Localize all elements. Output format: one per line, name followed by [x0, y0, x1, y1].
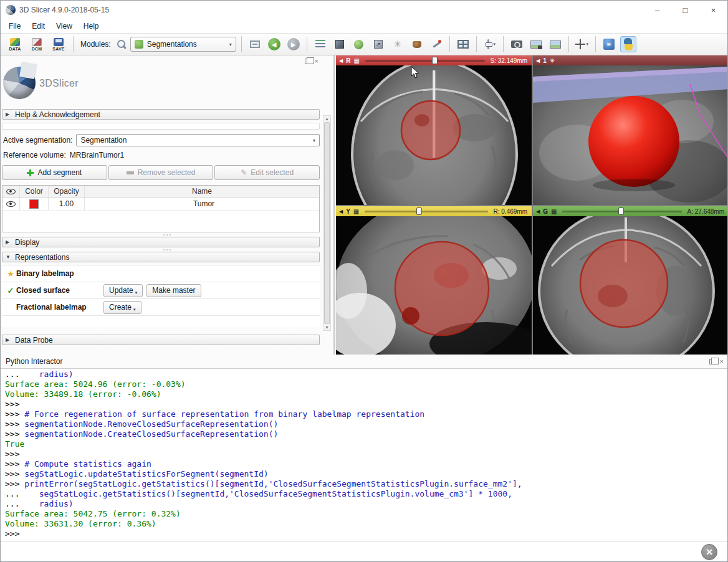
python-interactor-button[interactable] — [620, 36, 636, 52]
pin-icon[interactable]: ◀ — [536, 58, 540, 64]
data-list-icon — [315, 40, 325, 49]
opacity-column-header: Opacity — [49, 186, 85, 197]
undock-panel-icon[interactable] — [305, 59, 311, 64]
load-data-button[interactable]: DATA — [6, 34, 24, 54]
error-log-close-button[interactable]: ✕ — [701, 544, 717, 560]
section-help-acknowledgement[interactable]: ▶ Help & Acknowledgement — [2, 109, 320, 120]
slider-thumb[interactable] — [416, 207, 422, 215]
slice-visibility-icon[interactable]: ▦ — [353, 208, 359, 215]
module-selector[interactable]: Segmentations ▾ — [130, 37, 236, 52]
three-d-render[interactable] — [533, 65, 728, 205]
representation-row-binary[interactable]: ★ Binary labelmap — [2, 265, 320, 282]
scrollbar-thumb[interactable] — [324, 122, 330, 324]
yellow-slice-slider[interactable] — [365, 207, 487, 215]
slice-visibility-icon[interactable]: ▦ — [353, 57, 359, 64]
favorite-segment-editor-button[interactable] — [409, 36, 425, 52]
representation-row-closed-surface[interactable]: ✓ Closed surface Update ▾ Make master — [2, 282, 320, 299]
update-button[interactable]: Update ▾ — [103, 284, 143, 297]
splitter-grip[interactable] — [1, 232, 333, 237]
extensions-manager-button[interactable]: ≡ — [601, 36, 617, 52]
module-forward-button[interactable]: ▶ — [285, 36, 302, 52]
splitter-grip[interactable] — [1, 247, 333, 252]
module-search-icon[interactable] — [116, 39, 127, 50]
close-console-icon[interactable]: × — [720, 359, 724, 364]
menu-help[interactable]: Help — [78, 22, 105, 31]
scroll-up-icon[interactable]: ▲ — [325, 117, 329, 121]
pin-icon[interactable]: ◀ — [339, 209, 343, 214]
edit-selected-button[interactable]: ✎ Edit selected — [214, 165, 320, 180]
active-segmentation-value: Segmentation — [80, 136, 127, 145]
favorite-transforms-module-button[interactable]: ↗ — [370, 36, 386, 52]
section-data-probe[interactable]: ▶ Data Probe — [2, 335, 320, 345]
close-panel-icon[interactable]: × — [315, 59, 318, 64]
crosshair-button[interactable]: ▾ — [574, 36, 590, 52]
layout-selector-button[interactable] — [455, 36, 471, 52]
forward-arrow-icon: ▶ — [287, 38, 300, 50]
section-display[interactable]: ▶ Display — [2, 237, 320, 247]
screenshot-button[interactable] — [509, 36, 525, 52]
remove-selected-button[interactable]: Remove selected — [108, 165, 214, 180]
save-button[interactable]: SAVE — [49, 34, 68, 54]
title-bar: 3D Slicer 4.9.0-2018-05-15 – □ × — [1, 1, 727, 19]
representation-row-fractional[interactable]: Fractional labelmap Create ▾ — [2, 299, 320, 316]
view-layout: ◀ R ▦ S: 32.149mm — [336, 55, 728, 355]
markups-ruler-icon — [431, 39, 441, 49]
pin-icon[interactable]: ◀ — [536, 209, 540, 214]
module-history-button[interactable] — [247, 36, 263, 52]
make-master-button[interactable]: Make master — [146, 284, 201, 297]
collapse-arrow-icon: ▶ — [6, 239, 11, 245]
red-slice-image[interactable] — [336, 65, 532, 205]
segment-opacity-value[interactable]: 1.00 — [49, 198, 85, 210]
save-scene-view-button[interactable] — [528, 36, 544, 52]
window-title: 3D Slicer 4.9.0-2018-05-15 — [19, 6, 109, 14]
table-row[interactable]: 1.00 Tumor — [2, 198, 319, 211]
pin-icon[interactable]: ◀ — [339, 58, 343, 64]
minimize-button[interactable]: – — [643, 1, 671, 19]
models-sphere-icon — [354, 40, 363, 49]
restore-scene-view-button[interactable] — [547, 36, 563, 52]
slice-visibility-icon[interactable]: ▦ — [551, 208, 557, 215]
segment-visibility-icon[interactable] — [6, 201, 16, 207]
segment-color-swatch[interactable] — [29, 199, 39, 209]
favorite-data-module-button[interactable] — [312, 36, 328, 52]
red-slice-offset: S: 32.149mm — [491, 57, 527, 64]
menu-view[interactable]: View — [50, 22, 78, 31]
close-button[interactable]: × — [699, 1, 727, 19]
reference-volume-value: MRBrainTumor1 — [70, 151, 125, 160]
spin-icon[interactable]: ✳ — [550, 57, 555, 64]
menu-edit[interactable]: Edit — [26, 22, 50, 31]
green-slice-image[interactable] — [533, 216, 728, 356]
menu-file[interactable]: File — [3, 22, 26, 31]
favorite-volumes-module-button[interactable] — [332, 36, 348, 52]
collapse-arrow-icon: ▼ — [6, 254, 11, 260]
red-slice-slider[interactable] — [365, 57, 485, 64]
camera-icon — [511, 40, 522, 48]
yellow-slice-image[interactable] — [336, 216, 532, 356]
scroll-down-icon[interactable]: ▼ — [325, 325, 329, 330]
slider-thumb[interactable] — [432, 57, 438, 64]
slice-opacity-button[interactable]: ▾ — [482, 36, 498, 52]
active-segmentation-selector[interactable]: Segmentation ▾ — [76, 134, 320, 146]
section-representations[interactable]: ▼ Representations — [2, 252, 320, 262]
closed-surface-label: Closed surface — [16, 286, 103, 295]
panel-scrollbar[interactable]: ▲ ▼ — [323, 115, 331, 331]
annotations-icon: ✳ — [393, 39, 401, 50]
slider-thumb[interactable] — [618, 207, 624, 215]
create-button[interactable]: Create ▾ — [103, 301, 141, 314]
toolbar-separator — [476, 36, 477, 52]
green-slice-slider[interactable] — [562, 207, 681, 215]
maximize-button[interactable]: □ — [671, 1, 699, 19]
favorite-annotations-module-button[interactable]: ✳ — [390, 36, 406, 52]
fractional-labelmap-label: Fractional labelmap — [16, 303, 103, 312]
chevron-down-icon: ▾ — [493, 42, 496, 47]
favorite-models-module-button[interactable] — [351, 36, 367, 52]
add-segment-button[interactable]: Add segment — [2, 165, 107, 180]
module-back-button[interactable]: ◀ — [266, 36, 282, 52]
dicom-button[interactable]: DCM — [27, 34, 46, 54]
undock-console-icon[interactable] — [709, 359, 716, 364]
plus-icon — [27, 169, 34, 176]
chevron-down-icon: ▾ — [135, 290, 138, 297]
favorite-markups-module-button[interactable] — [428, 36, 444, 52]
python-console[interactable]: ... radius)Surface area: 5024.96 (error:… — [1, 368, 728, 541]
segment-name-value[interactable]: Tumor — [85, 198, 319, 210]
